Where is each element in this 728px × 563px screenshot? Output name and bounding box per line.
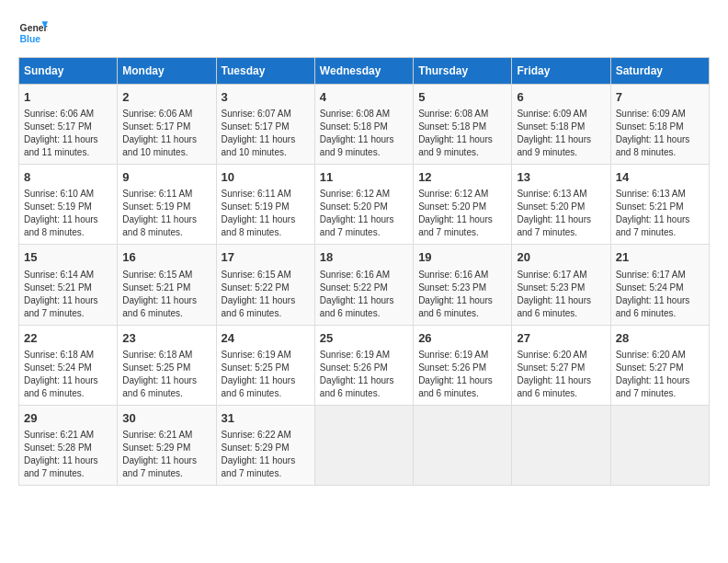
day-number: 20 [517,249,605,266]
day-info-line: and 11 minutes. [24,146,112,159]
day-info-line: Sunset: 5:22 PM [222,282,310,294]
day-info-line: Daylight: 11 hours [418,213,506,226]
day-info-line: and 7 minutes. [418,226,506,239]
day-info-line: Daylight: 11 hours [517,294,605,307]
day-info-line: Daylight: 11 hours [616,133,704,146]
day-number: 18 [320,249,408,266]
calendar-cell: 21Sunrise: 6:17 AMSunset: 5:24 PMDayligh… [610,245,709,325]
day-info-line: Sunrise: 6:06 AM [122,108,210,121]
logo: General Blue [18,18,48,48]
day-info-line: Sunrise: 6:11 AM [122,188,210,201]
day-info-line: and 7 minutes. [517,226,605,239]
calendar-cell: 27Sunrise: 6:20 AMSunset: 5:27 PMDayligh… [512,325,610,405]
day-info-line: Daylight: 11 hours [517,374,605,387]
col-header-friday: Friday [512,58,610,85]
calendar-cell [414,405,512,485]
day-info-line: and 7 minutes. [222,467,310,480]
calendar-cell: 20Sunrise: 6:17 AMSunset: 5:23 PMDayligh… [512,245,610,325]
day-info-line: Daylight: 11 hours [24,213,112,226]
day-info-line: Daylight: 11 hours [616,213,704,226]
calendar-cell: 24Sunrise: 6:19 AMSunset: 5:25 PMDayligh… [216,325,314,405]
day-info-line: Daylight: 11 hours [222,213,310,226]
day-number: 7 [616,89,704,106]
calendar-cell [314,405,413,485]
day-info-line: Sunrise: 6:07 AM [222,108,310,121]
calendar-cell: 29Sunrise: 6:21 AMSunset: 5:28 PMDayligh… [19,405,118,485]
day-info-line: Sunrise: 6:20 AM [616,349,704,362]
day-info-line: Daylight: 11 hours [24,374,112,387]
col-header-sunday: Sunday [19,58,118,85]
day-number: 12 [418,169,506,186]
day-info-line: Sunset: 5:18 PM [320,121,408,133]
day-number: 2 [122,89,210,106]
day-info-line: Sunset: 5:29 PM [222,442,310,454]
day-number: 23 [122,330,210,347]
day-number: 8 [24,169,112,186]
day-info-line: Sunset: 5:17 PM [122,121,210,133]
calendar-cell [610,405,709,485]
day-info-line: and 6 minutes. [320,387,408,400]
day-info-line: Sunrise: 6:06 AM [24,108,112,121]
calendar-cell: 12Sunrise: 6:12 AMSunset: 5:20 PMDayligh… [414,165,512,245]
day-info-line: Daylight: 11 hours [616,374,704,387]
day-info-line: and 7 minutes. [320,226,408,239]
calendar-cell: 3Sunrise: 6:07 AMSunset: 5:17 PMDaylight… [216,85,314,165]
calendar-cell: 2Sunrise: 6:06 AMSunset: 5:17 PMDaylight… [118,85,216,165]
day-info-line: Daylight: 11 hours [517,213,605,226]
day-info-line: Daylight: 11 hours [222,133,310,146]
calendar-cell: 15Sunrise: 6:14 AMSunset: 5:21 PMDayligh… [19,245,118,325]
day-info-line: Sunset: 5:17 PM [222,121,310,133]
day-info-line: and 7 minutes. [24,467,112,480]
day-info-line: Daylight: 11 hours [222,454,310,467]
day-info-line: Daylight: 11 hours [320,294,408,307]
day-info-line: Daylight: 11 hours [517,133,605,146]
day-info-line: Sunset: 5:17 PM [24,121,112,133]
calendar-cell: 13Sunrise: 6:13 AMSunset: 5:20 PMDayligh… [512,165,610,245]
day-number: 3 [222,89,310,106]
day-number: 15 [24,249,112,266]
calendar-body: 1Sunrise: 6:06 AMSunset: 5:17 PMDaylight… [19,85,710,486]
day-info-line: and 6 minutes. [418,307,506,320]
day-info-line: Sunset: 5:18 PM [616,121,704,133]
calendar-cell: 10Sunrise: 6:11 AMSunset: 5:19 PMDayligh… [216,165,314,245]
day-info-line: Daylight: 11 hours [24,454,112,467]
day-info-line: Daylight: 11 hours [418,294,506,307]
day-info-line: Sunrise: 6:12 AM [320,188,408,201]
svg-text:Blue: Blue [20,34,41,44]
day-info-line: Sunset: 5:21 PM [122,282,210,294]
day-info-line: and 7 minutes. [616,387,704,400]
day-info-line: Sunset: 5:19 PM [24,201,112,213]
day-info-line: Sunrise: 6:08 AM [320,108,408,121]
day-info-line: Daylight: 11 hours [320,374,408,387]
day-info-line: Sunset: 5:25 PM [122,362,210,374]
day-info-line: Sunset: 5:29 PM [122,442,210,454]
day-info-line: and 6 minutes. [418,387,506,400]
col-header-monday: Monday [118,58,216,85]
calendar-cell: 6Sunrise: 6:09 AMSunset: 5:18 PMDaylight… [512,85,610,165]
day-info-line: Sunset: 5:27 PM [517,362,605,374]
calendar-cell: 14Sunrise: 6:13 AMSunset: 5:21 PMDayligh… [610,165,709,245]
week-row-2: 8Sunrise: 6:10 AMSunset: 5:19 PMDaylight… [19,165,710,245]
week-row-1: 1Sunrise: 6:06 AMSunset: 5:17 PMDaylight… [19,85,710,165]
day-info-line: Sunset: 5:21 PM [24,282,112,294]
day-info-line: Sunrise: 6:09 AM [616,108,704,121]
day-info-line: Sunrise: 6:19 AM [418,349,506,362]
day-info-line: Sunset: 5:18 PM [418,121,506,133]
day-number: 24 [222,330,310,347]
day-info-line: and 6 minutes. [517,387,605,400]
day-number: 13 [517,169,605,186]
day-number: 5 [418,89,506,106]
calendar-cell: 23Sunrise: 6:18 AMSunset: 5:25 PMDayligh… [118,325,216,405]
day-info-line: Daylight: 11 hours [24,133,112,146]
day-number: 22 [24,330,112,347]
day-number: 4 [320,89,408,106]
calendar-cell: 7Sunrise: 6:09 AMSunset: 5:18 PMDaylight… [610,85,709,165]
day-number: 16 [122,249,210,266]
calendar-cell: 4Sunrise: 6:08 AMSunset: 5:18 PMDaylight… [314,85,413,165]
day-info-line: Daylight: 11 hours [222,294,310,307]
day-info-line: Sunset: 5:24 PM [616,282,704,294]
day-number: 11 [320,169,408,186]
calendar-cell: 5Sunrise: 6:08 AMSunset: 5:18 PMDaylight… [414,85,512,165]
calendar-cell: 25Sunrise: 6:19 AMSunset: 5:26 PMDayligh… [314,325,413,405]
day-info-line: Sunrise: 6:12 AM [418,188,506,201]
